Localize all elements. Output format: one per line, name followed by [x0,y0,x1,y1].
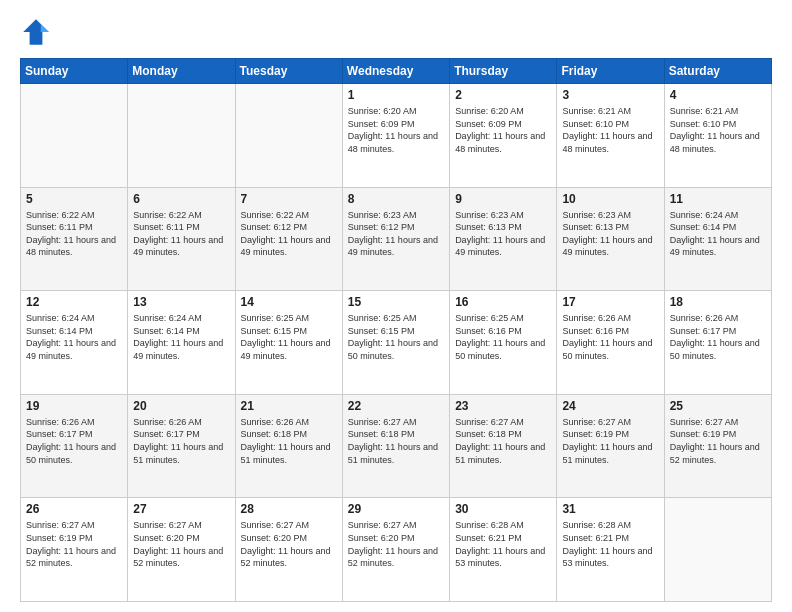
day-number: 15 [348,295,444,309]
day-info: Sunrise: 6:22 AM Sunset: 6:11 PM Dayligh… [26,209,122,259]
day-number: 8 [348,192,444,206]
day-info: Sunrise: 6:28 AM Sunset: 6:21 PM Dayligh… [562,519,658,569]
day-info: Sunrise: 6:27 AM Sunset: 6:19 PM Dayligh… [26,519,122,569]
day-number: 30 [455,502,551,516]
day-info: Sunrise: 6:23 AM Sunset: 6:13 PM Dayligh… [455,209,551,259]
day-info: Sunrise: 6:26 AM Sunset: 6:17 PM Dayligh… [26,416,122,466]
calendar-cell [21,84,128,188]
calendar-cell: 10Sunrise: 6:23 AM Sunset: 6:13 PM Dayli… [557,187,664,291]
day-number: 14 [241,295,337,309]
calendar-week-4: 19Sunrise: 6:26 AM Sunset: 6:17 PM Dayli… [21,394,772,498]
calendar-cell: 26Sunrise: 6:27 AM Sunset: 6:19 PM Dayli… [21,498,128,602]
day-number: 18 [670,295,766,309]
day-number: 6 [133,192,229,206]
day-number: 26 [26,502,122,516]
calendar-cell: 24Sunrise: 6:27 AM Sunset: 6:19 PM Dayli… [557,394,664,498]
day-header-friday: Friday [557,59,664,84]
day-number: 5 [26,192,122,206]
day-number: 12 [26,295,122,309]
calendar-cell: 20Sunrise: 6:26 AM Sunset: 6:17 PM Dayli… [128,394,235,498]
day-header-tuesday: Tuesday [235,59,342,84]
day-info: Sunrise: 6:27 AM Sunset: 6:20 PM Dayligh… [241,519,337,569]
calendar-cell: 17Sunrise: 6:26 AM Sunset: 6:16 PM Dayli… [557,291,664,395]
day-info: Sunrise: 6:24 AM Sunset: 6:14 PM Dayligh… [133,312,229,362]
calendar-cell: 14Sunrise: 6:25 AM Sunset: 6:15 PM Dayli… [235,291,342,395]
day-header-thursday: Thursday [450,59,557,84]
calendar-cell: 3Sunrise: 6:21 AM Sunset: 6:10 PM Daylig… [557,84,664,188]
day-number: 31 [562,502,658,516]
calendar-cell: 15Sunrise: 6:25 AM Sunset: 6:15 PM Dayli… [342,291,449,395]
calendar-week-2: 5Sunrise: 6:22 AM Sunset: 6:11 PM Daylig… [21,187,772,291]
day-number: 3 [562,88,658,102]
logo-icon [20,16,52,48]
calendar-cell: 22Sunrise: 6:27 AM Sunset: 6:18 PM Dayli… [342,394,449,498]
day-info: Sunrise: 6:26 AM Sunset: 6:16 PM Dayligh… [562,312,658,362]
day-info: Sunrise: 6:24 AM Sunset: 6:14 PM Dayligh… [26,312,122,362]
day-info: Sunrise: 6:23 AM Sunset: 6:13 PM Dayligh… [562,209,658,259]
day-info: Sunrise: 6:25 AM Sunset: 6:16 PM Dayligh… [455,312,551,362]
day-header-saturday: Saturday [664,59,771,84]
calendar-table: SundayMondayTuesdayWednesdayThursdayFrid… [20,58,772,602]
day-info: Sunrise: 6:22 AM Sunset: 6:11 PM Dayligh… [133,209,229,259]
day-number: 21 [241,399,337,413]
day-number: 7 [241,192,337,206]
calendar-cell: 19Sunrise: 6:26 AM Sunset: 6:17 PM Dayli… [21,394,128,498]
day-number: 19 [26,399,122,413]
day-number: 23 [455,399,551,413]
calendar-cell: 21Sunrise: 6:26 AM Sunset: 6:18 PM Dayli… [235,394,342,498]
day-number: 28 [241,502,337,516]
day-number: 11 [670,192,766,206]
calendar-cell [128,84,235,188]
day-number: 13 [133,295,229,309]
day-info: Sunrise: 6:28 AM Sunset: 6:21 PM Dayligh… [455,519,551,569]
page: SundayMondayTuesdayWednesdayThursdayFrid… [0,0,792,612]
day-number: 25 [670,399,766,413]
calendar-cell: 7Sunrise: 6:22 AM Sunset: 6:12 PM Daylig… [235,187,342,291]
day-info: Sunrise: 6:27 AM Sunset: 6:19 PM Dayligh… [670,416,766,466]
day-number: 4 [670,88,766,102]
calendar-cell: 6Sunrise: 6:22 AM Sunset: 6:11 PM Daylig… [128,187,235,291]
day-number: 9 [455,192,551,206]
calendar-cell: 4Sunrise: 6:21 AM Sunset: 6:10 PM Daylig… [664,84,771,188]
calendar-cell [235,84,342,188]
calendar-cell: 29Sunrise: 6:27 AM Sunset: 6:20 PM Dayli… [342,498,449,602]
day-header-monday: Monday [128,59,235,84]
day-header-wednesday: Wednesday [342,59,449,84]
day-info: Sunrise: 6:26 AM Sunset: 6:17 PM Dayligh… [133,416,229,466]
calendar-cell: 25Sunrise: 6:27 AM Sunset: 6:19 PM Dayli… [664,394,771,498]
day-info: Sunrise: 6:27 AM Sunset: 6:20 PM Dayligh… [348,519,444,569]
day-info: Sunrise: 6:27 AM Sunset: 6:18 PM Dayligh… [455,416,551,466]
day-info: Sunrise: 6:20 AM Sunset: 6:09 PM Dayligh… [348,105,444,155]
day-info: Sunrise: 6:25 AM Sunset: 6:15 PM Dayligh… [348,312,444,362]
day-number: 10 [562,192,658,206]
calendar-cell: 8Sunrise: 6:23 AM Sunset: 6:12 PM Daylig… [342,187,449,291]
day-number: 27 [133,502,229,516]
calendar-cell: 12Sunrise: 6:24 AM Sunset: 6:14 PM Dayli… [21,291,128,395]
day-info: Sunrise: 6:20 AM Sunset: 6:09 PM Dayligh… [455,105,551,155]
day-info: Sunrise: 6:26 AM Sunset: 6:17 PM Dayligh… [670,312,766,362]
calendar-cell: 1Sunrise: 6:20 AM Sunset: 6:09 PM Daylig… [342,84,449,188]
day-header-sunday: Sunday [21,59,128,84]
day-info: Sunrise: 6:25 AM Sunset: 6:15 PM Dayligh… [241,312,337,362]
day-info: Sunrise: 6:27 AM Sunset: 6:18 PM Dayligh… [348,416,444,466]
calendar-cell: 28Sunrise: 6:27 AM Sunset: 6:20 PM Dayli… [235,498,342,602]
calendar-cell: 16Sunrise: 6:25 AM Sunset: 6:16 PM Dayli… [450,291,557,395]
day-number: 17 [562,295,658,309]
day-number: 1 [348,88,444,102]
day-number: 2 [455,88,551,102]
day-number: 16 [455,295,551,309]
calendar-cell: 2Sunrise: 6:20 AM Sunset: 6:09 PM Daylig… [450,84,557,188]
header [20,16,772,48]
day-info: Sunrise: 6:27 AM Sunset: 6:19 PM Dayligh… [562,416,658,466]
logo [20,16,56,48]
calendar-cell: 31Sunrise: 6:28 AM Sunset: 6:21 PM Dayli… [557,498,664,602]
calendar-cell: 13Sunrise: 6:24 AM Sunset: 6:14 PM Dayli… [128,291,235,395]
day-number: 24 [562,399,658,413]
day-info: Sunrise: 6:22 AM Sunset: 6:12 PM Dayligh… [241,209,337,259]
day-number: 20 [133,399,229,413]
header-row: SundayMondayTuesdayWednesdayThursdayFrid… [21,59,772,84]
day-info: Sunrise: 6:26 AM Sunset: 6:18 PM Dayligh… [241,416,337,466]
calendar-cell: 9Sunrise: 6:23 AM Sunset: 6:13 PM Daylig… [450,187,557,291]
day-info: Sunrise: 6:24 AM Sunset: 6:14 PM Dayligh… [670,209,766,259]
calendar-cell: 23Sunrise: 6:27 AM Sunset: 6:18 PM Dayli… [450,394,557,498]
